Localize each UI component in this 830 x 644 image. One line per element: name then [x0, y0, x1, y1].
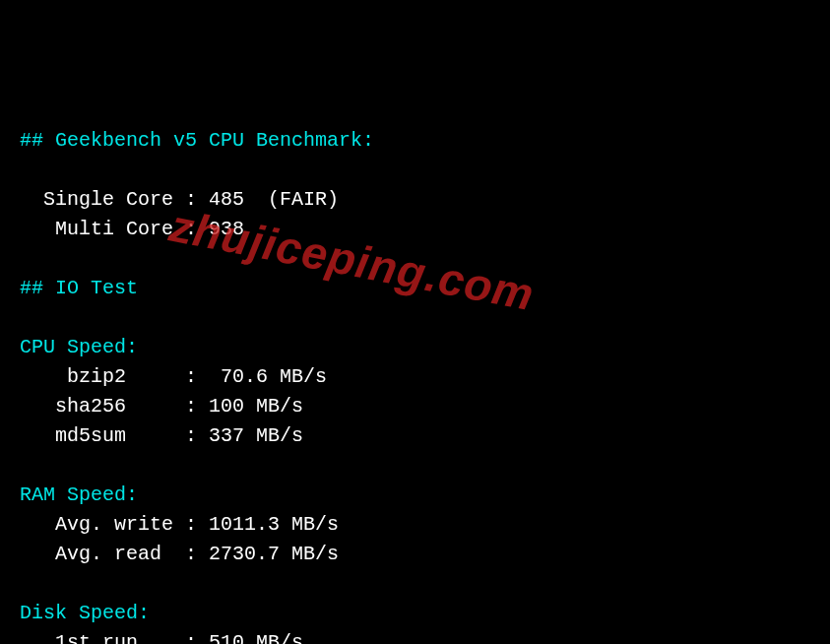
multi-core-value: 938 [209, 218, 244, 240]
sha256-label: sha256 : [20, 395, 209, 418]
ram-write-value: 1011.3 MB/s [209, 513, 339, 536]
ram-read-value: 2730.7 MB/s [209, 543, 339, 565]
io-test-header: ## IO Test [20, 277, 138, 299]
md5sum-label: md5sum : [20, 424, 209, 447]
bzip2-value: 70.6 MB/s [221, 365, 327, 388]
disk-run1-value: 510 MB/s [209, 631, 303, 644]
multi-core-label: Multi Core : [20, 218, 209, 240]
disk-speed-header: Disk Speed: [20, 602, 150, 624]
ram-read-label: Avg. read : [20, 543, 209, 565]
disk-run1-label: 1st run : [20, 631, 209, 644]
terminal-output: ## Geekbench v5 CPU Benchmark: Single Co… [20, 126, 822, 644]
ram-write-label: Avg. write : [20, 513, 209, 536]
ram-speed-header: RAM Speed: [20, 483, 138, 506]
bzip2-label: bzip2 : [20, 365, 221, 388]
md5sum-value: 337 MB/s [209, 424, 303, 447]
cpu-speed-header: CPU Speed: [20, 336, 138, 358]
geekbench-header: ## Geekbench v5 CPU Benchmark: [20, 129, 374, 152]
single-core-label: Single Core : [20, 188, 209, 211]
sha256-value: 100 MB/s [209, 395, 303, 418]
single-core-value: 485 (FAIR) [209, 188, 339, 211]
